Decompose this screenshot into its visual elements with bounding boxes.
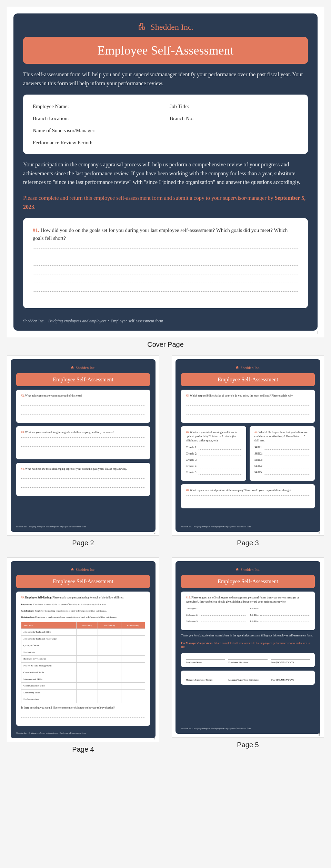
cover-caption: Cover Page — [7, 341, 324, 349]
job-title-field[interactable] — [192, 103, 298, 108]
table-row: Job-specific Technical Skills — [21, 629, 145, 636]
return-instruction: Please complete and return this employee… — [23, 194, 308, 211]
review-period-label: Performance Review Period: — [33, 140, 92, 146]
branch-no-label: Branch No: — [170, 116, 194, 121]
page-5-caption: Page 5 — [172, 741, 324, 749]
title-bar: Employee Self-Assessment — [23, 37, 308, 64]
company-name: Shedden Inc. — [150, 22, 193, 32]
employee-info-box: Employee Name: Job Title: Branch Locatio… — [23, 95, 308, 154]
page-2-caption: Page 2 — [7, 539, 159, 547]
employee-name-field[interactable] — [72, 103, 161, 108]
table-row: Organizational Skills — [21, 669, 145, 676]
branch-location-field[interactable] — [72, 115, 161, 120]
table-row: Business Development — [21, 656, 145, 663]
page-3-thumb[interactable]: Shedden Inc. Employee Self-Assessment #5… — [172, 355, 324, 536]
employee-signature-box: Employee Name: Employee Signature: Date … — [181, 653, 315, 667]
review-period-field[interactable] — [95, 139, 298, 144]
page-title: Employee Self-Assessment — [30, 43, 301, 58]
employee-name-label: Employee Name: — [33, 104, 69, 109]
page-5-thumb[interactable]: Shedden Inc. Employee Self-Assessment #1… — [172, 557, 324, 738]
rating-table: Skill SetsImprovingSatisfactoryOutstandi… — [21, 622, 145, 703]
table-row: Communication Skills — [21, 683, 145, 690]
answer-line[interactable] — [33, 265, 298, 266]
table-row: Project & Time Management — [21, 662, 145, 669]
answer-line[interactable] — [33, 274, 298, 274]
answer-line[interactable] — [33, 291, 298, 292]
table-row: Quality of Work — [21, 642, 145, 649]
page-2-thumb[interactable]: Shedden Inc. Employee Self-Assessment #2… — [7, 355, 159, 536]
q1-text: How did you do on the goals set for you … — [33, 227, 288, 241]
logo-row: Shedden Inc. — [23, 22, 308, 32]
supervisor-field[interactable] — [98, 127, 298, 132]
body-text-1: Your participation in the company's appr… — [23, 160, 308, 187]
answer-line[interactable] — [33, 257, 298, 257]
building-icon — [137, 22, 146, 32]
table-row: Leadership Skills — [21, 689, 145, 696]
table-row: Professionalism — [21, 696, 145, 703]
question-1-box: #1. How did you do on the goals set for … — [23, 218, 308, 308]
job-title-label: Job Title: — [170, 104, 189, 109]
table-row: Interpersonal Skills — [21, 676, 145, 683]
page-footer: Shedden Inc. - Bridging employees and em… — [23, 314, 308, 324]
answer-line[interactable] — [33, 248, 298, 248]
page-4-thumb[interactable]: Shedden Inc. Employee Self-Assessment #9… — [7, 557, 159, 742]
intro-text: This self-assessment form will help you … — [23, 70, 308, 88]
branch-location-label: Branch Location: — [33, 116, 69, 121]
page-number: 1 — [316, 330, 318, 335]
page-3-caption: Page 3 — [172, 539, 324, 547]
table-row: Productivity — [21, 649, 145, 656]
cover-page: Shedden Inc. Employee Self-Assessment Th… — [7, 7, 324, 337]
branch-no-field[interactable] — [197, 115, 298, 120]
answer-line[interactable] — [33, 283, 298, 283]
manager-signature-box: Manager/Supervisor Name: Manager/Supervi… — [181, 671, 315, 685]
table-row: Job-specific Technical Knowledge — [21, 635, 145, 642]
supervisor-label: Name of Supervisor/Manager: — [33, 128, 96, 134]
page-4-caption: Page 4 — [7, 745, 159, 753]
q1-number: #1. — [33, 227, 39, 233]
